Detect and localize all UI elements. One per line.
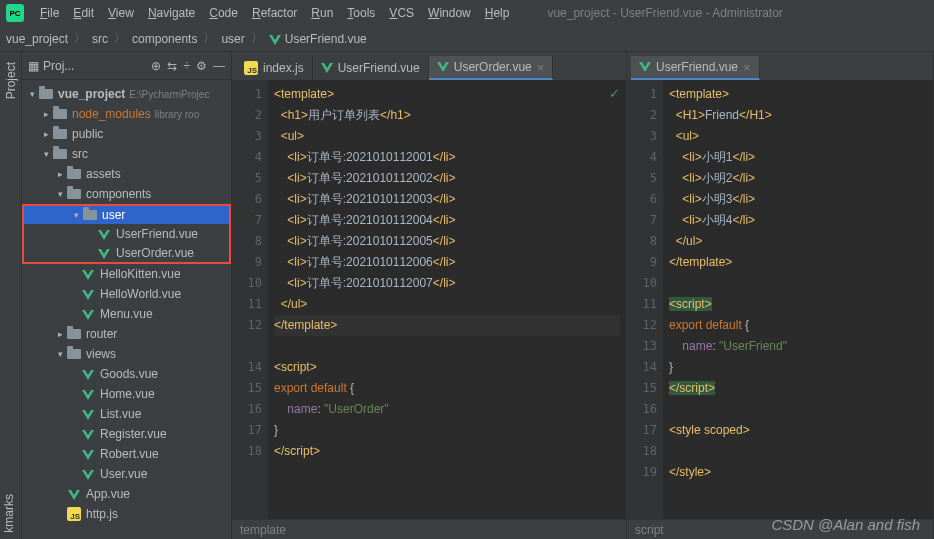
menu-run[interactable]: Run xyxy=(305,4,339,22)
tree-item[interactable]: HelloWorld.vue xyxy=(22,284,231,304)
file-icon xyxy=(96,228,112,240)
chevron-icon[interactable]: ▾ xyxy=(26,89,38,99)
chevron-icon[interactable]: ▾ xyxy=(40,149,52,159)
hide-icon[interactable]: — xyxy=(213,59,225,73)
chevron-icon[interactable]: ▾ xyxy=(54,189,66,199)
tree-item[interactable]: ▸assets xyxy=(22,164,231,184)
tree-item[interactable]: Register.vue xyxy=(22,424,231,444)
tree-label: views xyxy=(86,347,116,361)
locate-icon[interactable]: ⊕ xyxy=(151,59,161,73)
chevron-icon[interactable]: ▸ xyxy=(54,169,66,179)
tree-item[interactable]: HelloKitten.vue xyxy=(22,264,231,284)
menu-code[interactable]: Code xyxy=(203,4,244,22)
menu-refactor[interactable]: Refactor xyxy=(246,4,303,22)
chevron-icon[interactable]: ▾ xyxy=(54,349,66,359)
menu-edit[interactable]: Edit xyxy=(67,4,100,22)
tree-label: http.js xyxy=(86,507,118,521)
editor-area: JSindex.jsUserFriend.vueUserOrder.vue× 1… xyxy=(232,52,934,539)
tree-item[interactable]: ▾src xyxy=(22,144,231,164)
menu-file[interactable]: File xyxy=(34,4,65,22)
tree-label: vue_project xyxy=(58,87,125,101)
menu-view[interactable]: View xyxy=(102,4,140,22)
code-text[interactable]: <template> <h1>用户订单列表</h1> <ul> <li>订单号:… xyxy=(268,80,626,519)
collapse-icon[interactable]: ÷ xyxy=(183,59,190,73)
gear-icon[interactable]: ⚙ xyxy=(196,59,207,73)
tree-item[interactable]: App.vue xyxy=(22,484,231,504)
tree-item[interactable]: List.vue xyxy=(22,404,231,424)
tree-item[interactable]: ▸node_moduleslibrary roo xyxy=(22,104,231,124)
breadcrumb-item[interactable]: UserFriend.vue xyxy=(285,32,367,46)
breadcrumb-item[interactable]: src xyxy=(92,32,108,46)
project-toolwindow-button[interactable]: Project xyxy=(2,56,20,105)
tree-item[interactable]: Home.vue xyxy=(22,384,231,404)
file-icon xyxy=(66,169,82,179)
editor-tab[interactable]: UserFriend.vue× xyxy=(631,56,760,80)
expand-icon[interactable]: ⇆ xyxy=(167,59,177,73)
project-tree[interactable]: ▾vue_projectE:\PycharmProjec▸node_module… xyxy=(22,80,231,539)
tree-item[interactable]: ▾components xyxy=(22,184,231,204)
tree-item[interactable]: ▸router xyxy=(22,324,231,344)
tree-item[interactable]: ▾user xyxy=(22,204,231,224)
breadcrumb-item[interactable]: vue_project xyxy=(6,32,68,46)
tab-label: UserOrder.vue xyxy=(454,60,532,74)
tree-label: Menu.vue xyxy=(100,307,153,321)
menu-window[interactable]: Window xyxy=(422,4,477,22)
menu-navigate[interactable]: Navigate xyxy=(142,4,201,22)
editor-tab[interactable]: UserOrder.vue× xyxy=(429,56,554,80)
tree-item[interactable]: JShttp.js xyxy=(22,504,231,524)
tree-label: assets xyxy=(86,167,121,181)
tree-label: UserFriend.vue xyxy=(116,227,198,241)
editor-tab[interactable]: JSindex.js xyxy=(236,56,313,80)
tree-label: src xyxy=(72,147,88,161)
close-icon[interactable]: × xyxy=(537,60,545,75)
chevron-icon[interactable]: ▸ xyxy=(54,329,66,339)
bookmarks-toolwindow-button[interactable]: kmarks xyxy=(0,488,18,539)
tree-item[interactable]: ▾vue_projectE:\PycharmProjec xyxy=(22,84,231,104)
tree-label: HelloKitten.vue xyxy=(100,267,181,281)
editor-tab[interactable]: UserFriend.vue xyxy=(313,56,429,80)
editor-split-left: JSindex.jsUserFriend.vueUserOrder.vue× 1… xyxy=(232,52,627,539)
project-icon: ▦ xyxy=(28,59,39,73)
breadcrumb-item[interactable]: components xyxy=(132,32,197,46)
chevron-icon[interactable]: ▸ xyxy=(40,129,52,139)
tree-item[interactable]: UserFriend.vue xyxy=(22,224,231,244)
tree-item[interactable]: Menu.vue xyxy=(22,304,231,324)
tree-label: App.vue xyxy=(86,487,130,501)
file-icon xyxy=(52,109,68,119)
tree-label: UserOrder.vue xyxy=(116,246,194,260)
file-icon xyxy=(66,329,82,339)
tree-item[interactable]: Goods.vue xyxy=(22,364,231,384)
chevron-icon[interactable]: ▸ xyxy=(40,109,52,119)
tree-item[interactable]: UserOrder.vue xyxy=(22,244,231,264)
file-icon xyxy=(66,349,82,359)
sidebar-title: Proj... xyxy=(43,59,74,73)
tree-label: public xyxy=(72,127,103,141)
file-icon xyxy=(96,247,112,259)
tab-label: index.js xyxy=(263,61,304,75)
close-icon[interactable]: × xyxy=(743,60,751,75)
vue-icon xyxy=(639,60,651,75)
menu-tools[interactable]: Tools xyxy=(341,4,381,22)
sidebar-header: ▦Proj... ⊕ ⇆ ÷ ⚙ — xyxy=(22,52,231,80)
watermark: CSDN @Alan and fish xyxy=(771,516,920,533)
file-icon xyxy=(80,388,96,400)
vue-icon xyxy=(321,61,333,76)
code-text[interactable]: <template> <H1>Friend</H1> <ul> <li>小明1<… xyxy=(663,80,933,519)
breadcrumb-item[interactable]: user xyxy=(221,32,244,46)
menu-help[interactable]: Help xyxy=(479,4,516,22)
file-icon xyxy=(80,308,96,320)
tree-label: Register.vue xyxy=(100,427,167,441)
tree-item[interactable]: ▸public xyxy=(22,124,231,144)
tree-label: Home.vue xyxy=(100,387,155,401)
code-editor[interactable]: 123456789101112 1415161718 <template> <h… xyxy=(232,80,626,519)
tree-label: user xyxy=(102,208,125,222)
tree-item[interactable]: Robert.vue xyxy=(22,444,231,464)
menu-vcs[interactable]: VCS xyxy=(383,4,420,22)
chevron-icon[interactable]: ▾ xyxy=(70,210,82,220)
chevron-right-icon: 〉 xyxy=(114,30,126,47)
tree-item[interactable]: User.vue xyxy=(22,464,231,484)
tree-item[interactable]: ▾views xyxy=(22,344,231,364)
code-editor[interactable]: 12345678910111213141516171819 <template>… xyxy=(627,80,933,519)
tree-label: router xyxy=(86,327,117,341)
tree-label: Robert.vue xyxy=(100,447,159,461)
